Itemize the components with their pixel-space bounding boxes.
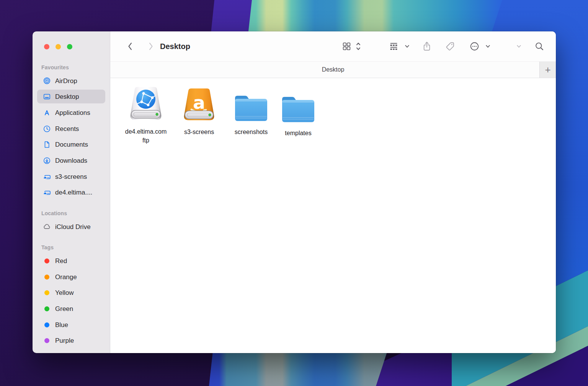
appstore-icon (43, 109, 51, 117)
sidebar-item-label: Desktop (55, 93, 79, 101)
chevron-left-icon (129, 43, 132, 50)
tag-icon (445, 41, 455, 52)
sidebar-item-icloud-drive[interactable]: iCloud Drive (37, 220, 105, 234)
group-by-chevron[interactable] (404, 44, 410, 49)
minimize-window-button[interactable] (56, 44, 61, 49)
sidebar-section-locations: Locations (41, 210, 67, 217)
sidebar-section-favourites: Favourites (41, 64, 69, 71)
sidebar-item-label: Documents (55, 141, 88, 149)
group-by-button[interactable] (389, 42, 399, 51)
file-label-line1: s3-screens (184, 128, 214, 136)
toolbar-overflow-chevron[interactable] (516, 44, 522, 49)
folder-icon (280, 95, 317, 124)
download-icon (43, 157, 51, 165)
sidebar-item-label: s3-screens (55, 173, 87, 181)
sidebar-item-label: Downloads (55, 157, 87, 165)
red-tag-dot (44, 258, 49, 263)
file-view[interactable]: de4.eltima.com ftp a (110, 78, 556, 353)
sidebar-item-applications[interactable]: Applications (37, 106, 105, 119)
sidebar-item-airdrop[interactable]: AirDrop (37, 74, 105, 88)
more-options-chevron[interactable] (485, 44, 491, 49)
chevron-down-icon (404, 44, 410, 49)
finder-main-pane: Desktop (110, 31, 556, 353)
search-icon (534, 41, 544, 51)
sidebar-item-label: Applications (55, 109, 90, 117)
cloud-drive-icon (43, 188, 51, 196)
desktop-icon (43, 93, 51, 101)
file-label-line1: screenshots (235, 128, 268, 136)
cloud-drive-icon (43, 173, 51, 181)
zoom-window-button[interactable] (67, 44, 72, 49)
clock-icon (43, 125, 51, 133)
purple-tag-dot (44, 338, 49, 343)
chevron-down-icon (485, 44, 491, 49)
tab-bar: Desktop + (110, 61, 556, 78)
orange-tag-dot (44, 275, 49, 280)
tag-label: Purple (55, 337, 74, 345)
file-item-templates[interactable]: templates (268, 95, 329, 137)
new-tab-button[interactable]: + (539, 62, 556, 78)
share-icon (422, 41, 432, 52)
file-item-label: s3-screens (184, 128, 214, 136)
blue-tag-dot (44, 322, 49, 327)
window-title: Desktop (160, 42, 190, 51)
document-icon (43, 141, 51, 149)
amazon-drive-icon: a (180, 87, 218, 123)
sidebar-item-s3-screens[interactable]: s3-screens (37, 170, 105, 183)
sidebar-tag-yellow[interactable]: Yellow (37, 286, 105, 299)
sidebar: Favourites AirDrop Desktop Applications (33, 31, 110, 353)
yellow-tag-dot (44, 290, 49, 295)
chevron-right-icon (150, 43, 152, 50)
traffic-lights (44, 44, 72, 49)
close-window-button[interactable] (44, 44, 49, 49)
file-label-line1: templates (285, 129, 311, 137)
sidebar-item-desktop[interactable]: Desktop (37, 90, 105, 103)
file-item-de4-eltima-com-ftp[interactable]: de4.eltima.com ftp (115, 86, 176, 145)
sidebar-item-label: iCloud Drive (55, 223, 91, 231)
tag-label: Yellow (55, 289, 74, 297)
sidebar-item-documents[interactable]: Documents (37, 137, 105, 151)
network-drive-icon (126, 86, 166, 123)
back-button[interactable] (126, 41, 135, 51)
chevron-down-icon (516, 44, 522, 49)
sidebar-section-tags: Tags (41, 244, 54, 251)
sidebar-tag-green[interactable]: Green (37, 302, 105, 316)
airdrop-icon (43, 77, 51, 85)
tag-label: Orange (55, 273, 77, 281)
file-item-label: screenshots (235, 128, 268, 136)
sidebar-item-downloads[interactable]: Downloads (37, 154, 105, 167)
share-button[interactable] (422, 41, 432, 52)
up-down-chevrons-icon (356, 41, 361, 51)
sidebar-tag-orange[interactable]: Orange (37, 270, 105, 284)
more-ellipsis-icon (469, 41, 480, 52)
sidebar-item-label: de4.eltima.... (55, 188, 92, 196)
more-options-button[interactable] (469, 41, 480, 52)
icloud-icon (43, 223, 51, 231)
grid-view-icon (342, 42, 351, 51)
file-item-label: templates (285, 129, 311, 137)
view-selector-chevrons[interactable] (356, 41, 361, 51)
tags-button[interactable] (445, 41, 455, 52)
tag-label: Green (55, 305, 73, 313)
sidebar-item-de4-eltima[interactable]: de4.eltima.... (37, 185, 105, 199)
sidebar-item-label: Recents (55, 125, 79, 133)
sidebar-tag-red[interactable]: Red (37, 254, 105, 268)
group-by-icon (389, 42, 399, 51)
file-label-line2: ftp (125, 136, 167, 145)
folder-icon (233, 93, 270, 123)
sidebar-tag-purple[interactable]: Purple (37, 334, 105, 347)
tag-label: Red (55, 257, 67, 265)
sidebar-item-label: AirDrop (55, 77, 77, 85)
icon-view-button[interactable] (342, 42, 351, 51)
sidebar-tag-blue[interactable]: Blue (37, 318, 105, 332)
finder-window: Favourites AirDrop Desktop Applications (33, 31, 556, 353)
sidebar-item-recents[interactable]: Recents (37, 122, 105, 136)
search-button[interactable] (534, 41, 544, 51)
file-item-label: de4.eltima.com ftp (125, 127, 167, 145)
file-label-line1: de4.eltima.com (125, 127, 167, 136)
toolbar: Desktop (110, 31, 556, 61)
forward-button[interactable] (146, 41, 155, 51)
green-tag-dot (44, 306, 49, 311)
tab-desktop[interactable]: Desktop (322, 66, 345, 73)
tag-label: Blue (55, 321, 68, 329)
